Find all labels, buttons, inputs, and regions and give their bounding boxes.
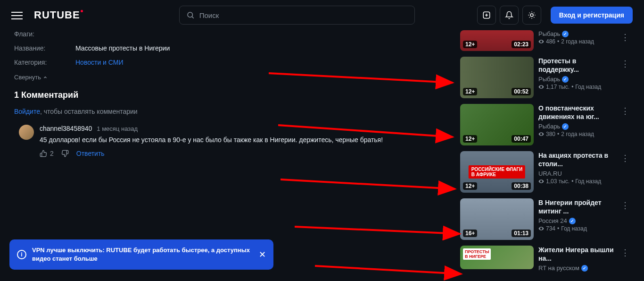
eye-icon bbox=[538, 39, 544, 44]
video-item[interactable]: ПРОТЕСТЫВ НИГЕРЕ Жители Нигера вышли на.… bbox=[460, 246, 630, 272]
reply-button[interactable]: Ответить bbox=[76, 150, 105, 157]
sun-icon bbox=[528, 11, 536, 19]
flags-label: Флаги: bbox=[14, 30, 75, 38]
channel-name[interactable]: Россия 24 bbox=[538, 217, 567, 224]
recommended-list: 12+ 02:23 Рыбарь 486 • 2 года назад ⋮ 12… bbox=[460, 30, 630, 278]
comment-author[interactable]: channel38458940 bbox=[40, 125, 92, 132]
duration-badge: 00:38 bbox=[512, 182, 531, 190]
comment-text: 45 долларов! если бы Россия не устояла в… bbox=[40, 135, 451, 145]
video-item[interactable]: 12+ 00:52 Протесты в поддержку... Рыбарь… bbox=[460, 57, 630, 98]
svg-line-9 bbox=[534, 17, 534, 17]
more-button[interactable]: ⋮ bbox=[620, 151, 630, 193]
channel-name[interactable]: Рыбарь bbox=[538, 123, 560, 130]
video-item[interactable]: 16+ 01:13 В Нигерии пройдет митинг ... Р… bbox=[460, 198, 630, 240]
video-thumbnail[interactable]: РОССИЙСКИЕ ФЛАГИВ АФРИКЕ 12+ 00:38 bbox=[460, 151, 534, 193]
category-label: Категория: bbox=[14, 59, 75, 66]
comment-time: 1 месяц назад bbox=[97, 125, 138, 132]
avatar[interactable] bbox=[19, 125, 34, 140]
login-button[interactable]: Вход и регистрация bbox=[551, 7, 633, 24]
svg-point-5 bbox=[530, 14, 533, 17]
video-stats: 486 • 2 года назад bbox=[538, 38, 616, 45]
video-title: В Нигерии пройдет митинг ... bbox=[538, 198, 616, 215]
channel-name[interactable]: Рыбарь bbox=[538, 76, 560, 83]
video-title: Протесты в поддержку... bbox=[538, 57, 616, 74]
header: RUTUBE Вход и регистрация bbox=[0, 0, 644, 30]
search-box[interactable] bbox=[179, 6, 415, 25]
theme-button[interactable] bbox=[522, 6, 541, 25]
login-link[interactable]: Войдите bbox=[14, 108, 40, 115]
duration-badge: 01:13 bbox=[512, 230, 531, 237]
vpn-toast: i VPN лучше выключить: RUTUBE будет рабо… bbox=[9, 239, 273, 270]
more-button[interactable]: ⋮ bbox=[620, 246, 630, 272]
comment: channel38458940 1 месяц назад 45 долларо… bbox=[19, 125, 451, 157]
logo[interactable]: RUTUBE bbox=[34, 9, 80, 21]
login-prompt: Войдите, чтобы оставлять комментарии bbox=[14, 108, 451, 115]
close-button[interactable]: ✕ bbox=[259, 249, 266, 260]
age-badge: 12+ bbox=[463, 41, 477, 48]
dislike-button[interactable] bbox=[61, 150, 69, 157]
eye-icon bbox=[538, 226, 544, 231]
svg-line-12 bbox=[529, 17, 530, 17]
search-input[interactable] bbox=[199, 11, 408, 19]
video-title: О повстанческих движениях на юг... bbox=[538, 104, 616, 121]
video-item[interactable]: 12+ 02:23 Рыбарь 486 • 2 года назад ⋮ bbox=[460, 30, 630, 51]
thumbs-up-icon bbox=[40, 150, 47, 157]
video-stats: 1,17 тыс. • Год назад bbox=[538, 84, 616, 90]
video-stats: 380 • 2 года назад bbox=[538, 131, 616, 137]
svg-line-1 bbox=[192, 17, 193, 18]
chevron-up-icon bbox=[43, 75, 48, 80]
verified-icon bbox=[562, 123, 569, 130]
channel-name[interactable]: RT на русском bbox=[538, 264, 579, 272]
collapse-button[interactable]: Свернуть bbox=[14, 74, 48, 81]
video-title: На акциях протеста в столи... bbox=[538, 151, 616, 168]
more-button[interactable]: ⋮ bbox=[620, 104, 630, 145]
video-thumbnail[interactable]: 12+ 00:52 bbox=[460, 57, 534, 98]
video-thumbnail[interactable]: 12+ 02:23 bbox=[460, 30, 534, 51]
name-value: Массовые протесты в Нигерии bbox=[75, 44, 170, 52]
toast-text: VPN лучше выключить: RUTUBE будет работа… bbox=[32, 246, 253, 263]
thumbs-down-icon bbox=[61, 150, 69, 157]
video-item[interactable]: 12+ 00:47 О повстанческих движениях на ю… bbox=[460, 104, 630, 145]
menu-button[interactable] bbox=[11, 9, 23, 21]
verified-icon bbox=[562, 76, 569, 83]
video-title: Жители Нигера вышли на... bbox=[538, 246, 616, 263]
channel-name[interactable]: URA.RU bbox=[538, 170, 562, 177]
video-thumbnail[interactable]: 12+ 00:47 bbox=[460, 104, 534, 145]
duration-badge: 00:52 bbox=[512, 88, 531, 95]
eye-icon bbox=[538, 131, 544, 137]
duration-badge: 02:23 bbox=[512, 41, 531, 48]
category-link[interactable]: Новости и СМИ bbox=[75, 59, 123, 66]
age-badge: 12+ bbox=[463, 135, 477, 143]
more-button[interactable]: ⋮ bbox=[620, 57, 630, 98]
video-thumbnail[interactable]: 16+ 01:13 bbox=[460, 198, 534, 240]
notifications-button[interactable] bbox=[500, 6, 519, 25]
verified-icon bbox=[562, 31, 569, 37]
verified-icon bbox=[581, 265, 588, 272]
duration-badge: 00:47 bbox=[512, 135, 531, 143]
more-button[interactable]: ⋮ bbox=[620, 198, 630, 240]
verified-icon bbox=[569, 218, 576, 224]
video-thumbnail[interactable]: ПРОТЕСТЫВ НИГЕРЕ bbox=[460, 246, 534, 269]
name-label: Название: bbox=[14, 44, 75, 52]
more-button[interactable]: ⋮ bbox=[620, 30, 630, 51]
age-badge: 16+ bbox=[463, 230, 477, 237]
svg-line-13 bbox=[534, 13, 534, 13]
channel-name[interactable]: Рыбарь bbox=[538, 30, 560, 37]
like-button[interactable]: 2 bbox=[40, 150, 54, 157]
eye-icon bbox=[538, 179, 544, 184]
upload-button[interactable] bbox=[477, 6, 496, 25]
bell-icon bbox=[505, 11, 513, 19]
svg-point-0 bbox=[188, 12, 193, 17]
comments-title: 1 Комментарий bbox=[14, 90, 451, 100]
video-item[interactable]: РОССИЙСКИЕ ФЛАГИВ АФРИКЕ 12+ 00:38 На ак… bbox=[460, 151, 630, 193]
age-badge: 12+ bbox=[463, 182, 477, 190]
search-icon bbox=[186, 11, 195, 19]
info-icon: i bbox=[17, 250, 26, 259]
svg-line-8 bbox=[529, 13, 530, 13]
video-stats: 1,03 тыс. • Год назад bbox=[538, 178, 616, 185]
eye-icon bbox=[538, 84, 544, 90]
video-stats: 734 • Год назад bbox=[538, 225, 616, 232]
age-badge: 12+ bbox=[463, 88, 477, 95]
plus-icon bbox=[482, 11, 491, 19]
